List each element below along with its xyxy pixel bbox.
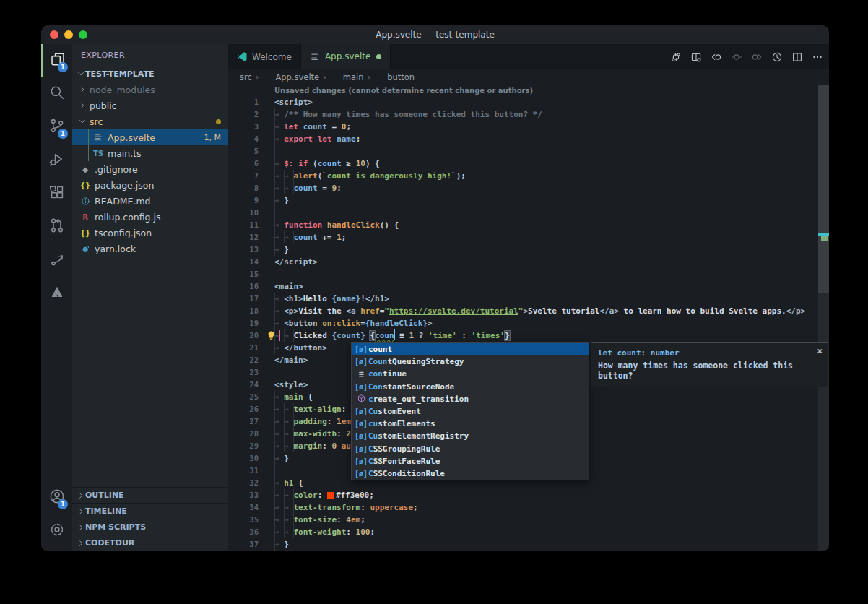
suggestion-CountQueuingStrategy[interactable]: [ø]CountQueuingStrategy — [352, 355, 589, 368]
code-line-37[interactable]: 37→ } — [228, 538, 829, 551]
activity-bar-item-accounts[interactable]: 1 — [41, 481, 72, 514]
chevron-down-icon — [77, 69, 85, 78]
code-line-7[interactable]: 7→ → alert(`count is dangerously high!`)… — [228, 170, 829, 182]
gitlens-compare-icon[interactable] — [670, 51, 682, 63]
sidebar-section-outline[interactable]: OUTLINE — [72, 487, 228, 503]
code-line-34[interactable]: 34→ → text-transform: uppercase; — [228, 501, 829, 514]
code-editor[interactable]: Unsaved changes (cannot determine recent… — [228, 85, 829, 551]
code-line-19[interactable]: 19→ <button on:click={handleClick}> — [228, 317, 829, 329]
code-line-4[interactable]: 4→ export let name; — [228, 133, 829, 145]
code-line-36[interactable]: 36→ → font-weight: 100; — [228, 526, 829, 538]
split-editor-icon[interactable] — [791, 51, 803, 63]
breadcrumb-item-main[interactable]: main — [330, 72, 364, 82]
tree-item-rollup.config.js[interactable]: Rrollup.config.js — [72, 209, 228, 225]
suggestion-CustomEvent[interactable]: [ø]CustomEvent — [352, 405, 589, 418]
next-change-icon[interactable] — [751, 51, 763, 63]
code-line-1[interactable]: 1<script> — [228, 96, 829, 108]
code-line-33[interactable]: 33→ → color: #ff3e00; — [228, 489, 829, 501]
tree-item-label: README.md — [95, 196, 151, 207]
activity-bar-item-extensions[interactable] — [41, 177, 72, 210]
activity-bar-item-azure[interactable] — [41, 277, 72, 310]
breadcrumb[interactable]: src›App.svelte›main›button — [228, 69, 829, 85]
gitlens-heatmap-icon[interactable] — [731, 51, 742, 63]
gitlens-codelens[interactable]: Unsaved changes (cannot determine recent… — [228, 85, 829, 96]
line-number: 26 — [228, 403, 259, 415]
code-line-5[interactable]: 5 — [228, 145, 829, 158]
suggestion-continue[interactable]: ≡continue — [352, 368, 589, 380]
suggestion-match: cu — [368, 419, 378, 428]
suggestion-customElements[interactable]: [ø]customElements — [352, 418, 589, 430]
breadcrumb-item-src[interactable]: src — [240, 72, 252, 82]
sidebar-section-npm-scripts[interactable]: NPM SCRIPTS — [72, 519, 228, 535]
code-line-12[interactable]: 12→ → count += 1; — [228, 231, 829, 243]
code-line-35[interactable]: 35→ → font-size: 4em; — [228, 514, 829, 526]
suggestion-CSSFontFaceRule[interactable]: [ø]CSSFontFaceRule — [352, 455, 589, 467]
code-line-16[interactable]: 16<main> — [228, 280, 829, 293]
line-number: 34 — [228, 501, 259, 514]
code-line-11[interactable]: 11→ function handleClick() { — [228, 219, 829, 231]
suggestion-ConstantSourceNode[interactable]: [ø]ConstantSourceNode — [352, 381, 589, 393]
badge: 1 — [58, 499, 68, 509]
code-line-3[interactable]: 3→ let count = 0; — [228, 121, 829, 133]
activity-bar-item-source-control[interactable]: 1 — [41, 111, 72, 144]
tree-item-package.json[interactable]: {}package.json — [72, 177, 228, 193]
code-line-15[interactable]: 15 — [228, 268, 829, 280]
tree-item-node_modules[interactable]: node_modules — [72, 82, 228, 98]
activity-bar-item-settings-gear[interactable] — [41, 514, 72, 548]
activity-bar-item-github-pull-request[interactable] — [41, 210, 72, 243]
tree-item-README.md[interactable]: README.md — [72, 193, 228, 209]
explorer-more-actions-icon[interactable] — [208, 49, 220, 61]
activity-bar-item-run-debug[interactable] — [41, 144, 72, 177]
line-number: 13 — [228, 243, 259, 256]
line-number: 18 — [228, 305, 259, 317]
project-root-header[interactable]: TEST-TEMPLATE — [72, 66, 228, 82]
activity-bar-item-live-share[interactable] — [41, 243, 72, 277]
tree-item-tsconfig.json[interactable]: {}tsconfig.json — [72, 225, 228, 241]
code-line-20[interactable]: 20→ → Clicked {count} {coun ≡ 1 ? 'time'… — [228, 329, 829, 342]
breadcrumb-item-app.svelte[interactable]: App.svelte — [262, 72, 319, 82]
code-line-2[interactable]: 2→ /** How many times has someone clicke… — [228, 108, 829, 121]
indent-whitespace: → → — [274, 182, 294, 194]
tree-item-public[interactable]: public — [72, 98, 228, 113]
editor-scrollbar[interactable] — [818, 85, 829, 551]
code-line-10[interactable]: 10 — [228, 207, 829, 219]
tree-item-App.svelte[interactable]: App.svelte1, M — [72, 129, 228, 145]
tree-item-.gitignore[interactable]: ◆.gitignore — [72, 161, 228, 177]
code-line-9[interactable]: 9→ } — [228, 194, 829, 207]
line-number: 4 — [228, 133, 259, 145]
sidebar-section-timeline[interactable]: TIMELINE — [72, 503, 228, 519]
ts-icon: TS — [92, 147, 104, 159]
sidebar-section-codetour[interactable]: CODETOUR — [72, 535, 228, 551]
activity-bar-item-search[interactable] — [41, 77, 72, 111]
code-line-6[interactable]: 6→ $: if (count ≥ 10) { — [228, 158, 829, 170]
title-bar[interactable]: App.svelte — test-template — [41, 25, 829, 44]
code-line-13[interactable]: 13→ } — [228, 243, 829, 256]
code-line-8[interactable]: 8→ → count = 9; — [228, 182, 829, 194]
more-actions-icon[interactable] — [812, 51, 823, 63]
suggestion-create_out_transition[interactable]: create_out_transition — [352, 393, 589, 405]
chevron-right-icon — [77, 493, 85, 502]
activity-bar-item-explorer[interactable]: 1 — [41, 44, 72, 77]
tree-item-yarn.lock[interactable]: yarn.lock — [72, 241, 228, 256]
open-changes-icon[interactable] — [690, 51, 702, 63]
indent-whitespace: → — [274, 293, 284, 305]
suggestion-CustomElementRegistry[interactable]: [ø]CustomElementRegistry — [352, 430, 589, 442]
previous-change-icon[interactable] — [711, 51, 722, 63]
code-line-14[interactable]: 14</script> — [228, 256, 829, 268]
scrollbar-slider[interactable] — [818, 85, 829, 293]
file-history-icon[interactable] — [771, 51, 783, 63]
code-line-17[interactable]: 17→ <h1>Hello {name}!</h1> — [228, 293, 829, 305]
tab-welcome[interactable]: Welcome — [228, 44, 301, 69]
suggestion-CSSConditionRule[interactable]: [ø]CSSConditionRule — [352, 467, 589, 480]
breadcrumb-item-button[interactable]: button — [374, 72, 415, 82]
tab-app-svelte[interactable]: App.svelte — [301, 44, 391, 69]
lightbulb-icon[interactable] — [266, 330, 277, 341]
suggestion-CSSGroupingRule[interactable]: [ø]CSSGroupingRule — [352, 443, 589, 455]
tree-item-main.ts[interactable]: TSmain.ts — [72, 145, 228, 161]
close-icon[interactable]: × — [817, 345, 823, 356]
tree-item-src[interactable]: src — [72, 113, 228, 129]
suggestion-count[interactable]: [ø]count — [352, 343, 589, 355]
symbol-variable-icon: [ø] — [354, 345, 368, 353]
symbol-keyword-icon: ≡ — [354, 369, 368, 379]
code-line-18[interactable]: 18→ <p>Visit the <a href="https://svelte… — [228, 305, 829, 317]
